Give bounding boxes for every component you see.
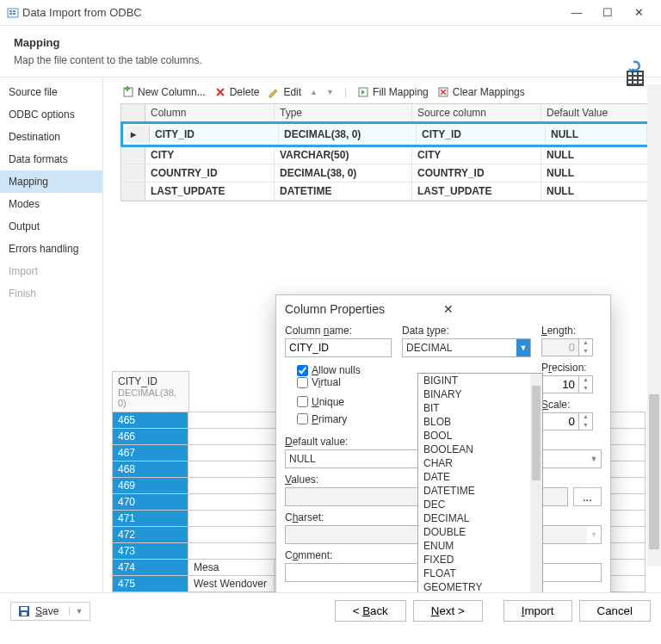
scale-input[interactable]: ▲▼ — [541, 412, 596, 430]
dropdown-item[interactable]: BLOB — [418, 415, 542, 429]
grid-row[interactable]: CITY VARCHAR(50) CITY NULL — [121, 146, 652, 164]
main-content: New Column... Delete Edit ▲ ▼ | Fill Map… — [103, 77, 661, 592]
column-name-input[interactable] — [285, 338, 392, 357]
length-label: Length: — [541, 325, 602, 337]
page-title: Mapping — [14, 36, 647, 49]
save-button[interactable]: Save▼ — [10, 602, 90, 621]
data-type-dropdown[interactable]: DECIMAL▼ — [402, 338, 531, 357]
mapping-grid[interactable]: Column Type Source column Default Value … — [120, 103, 652, 201]
delete-button[interactable]: Delete — [214, 86, 260, 98]
maximize-button[interactable]: ☐ — [592, 6, 623, 19]
dropdown-item[interactable]: BOOLEAN — [418, 443, 542, 456]
page-subtitle: Map the file content to the table column… — [14, 54, 647, 66]
dropdown-item[interactable]: ENUM — [418, 539, 542, 553]
virtual-checkbox[interactable]: Virtual — [297, 376, 341, 388]
window-title: Data Import from ODBC — [19, 6, 561, 19]
mapping-toolbar: New Column... Delete Edit ▲ ▼ | Fill Map… — [112, 84, 652, 103]
dropdown-item[interactable]: BOOL — [418, 429, 542, 443]
precision-label: Precision: — [541, 362, 602, 374]
new-column-button[interactable]: New Column... — [122, 86, 206, 98]
fill-mapping-button[interactable]: Fill Mapping — [357, 86, 429, 98]
window-titlebar: Data Import from ODBC — ☐ ✕ — [0, 0, 661, 26]
cancel-button[interactable]: Cancel — [579, 600, 652, 622]
values-more-button[interactable]: ... — [573, 487, 602, 506]
move-up-button[interactable]: ▲ — [310, 88, 318, 96]
grid-row[interactable]: COUNTRY_ID DECIMAL(38, 0) COUNTRY_ID NUL… — [121, 164, 652, 183]
precision-input[interactable]: ▲▼ — [541, 375, 596, 393]
clear-mappings-button[interactable]: Clear Mappings — [437, 86, 525, 98]
sidebar-item-errors-handling[interactable]: Errors handling — [0, 238, 102, 260]
sidebar-item-output[interactable]: Output — [0, 215, 102, 238]
dropdown-item[interactable]: GEOMETRY — [418, 580, 542, 592]
sidebar-item-import: Import — [0, 260, 102, 282]
edit-button[interactable]: Edit — [268, 86, 301, 98]
svg-rect-8 — [639, 72, 642, 75]
wizard-footer: Save▼ < Back Next > Import Cancel — [0, 592, 661, 629]
svg-rect-2 — [13, 10, 15, 12]
dropdown-item[interactable]: DECIMAL — [418, 511, 542, 525]
svg-rect-7 — [633, 72, 637, 75]
dropdown-item[interactable]: DOUBLE — [418, 525, 542, 539]
dropdown-item[interactable]: FLOAT — [418, 567, 542, 580]
column-name-label: Column name: — [285, 325, 392, 337]
sidebar-item-modes[interactable]: Modes — [0, 193, 102, 215]
sidebar-item-destination[interactable]: Destination — [0, 126, 102, 148]
step-sidebar: Source fileODBC optionsDestinationData f… — [0, 77, 103, 592]
back-button[interactable]: < Back — [335, 600, 406, 622]
page-header: Mapping Map the file content to the tabl… — [0, 26, 661, 73]
dropdown-item[interactable]: CHAR — [418, 456, 542, 470]
svg-rect-1 — [9, 10, 12, 12]
dialog-close-button[interactable]: ✕ — [443, 302, 602, 316]
grid-header: Column Type Source column Default Value — [121, 104, 652, 122]
import-button[interactable]: Import — [503, 600, 572, 622]
dropdown-scrollbar[interactable] — [530, 374, 542, 592]
unique-checkbox[interactable]: Unique — [297, 396, 381, 408]
primary-checkbox[interactable]: Primary — [297, 413, 381, 425]
sidebar-item-finish: Finish — [0, 282, 102, 305]
data-type-dropdown-list[interactable]: BIGINTBINARYBITBLOBBOOLBOOLEANCHARDATEDA… — [417, 373, 543, 592]
dropdown-item[interactable]: DATETIME — [418, 484, 542, 498]
dropdown-item[interactable]: BINARY — [418, 387, 542, 401]
allow-nulls-checkbox[interactable]: Allow nulls — [297, 364, 381, 376]
preview-header[interactable]: CITY_ID DECIMAL(38, 0) — [112, 371, 189, 412]
dropdown-item[interactable]: FIXED — [418, 553, 542, 567]
app-icon — [7, 7, 19, 19]
svg-rect-17 — [125, 88, 130, 90]
sidebar-item-mapping[interactable]: Mapping — [0, 170, 102, 193]
grid-row[interactable]: LAST_UPDATE DATETIME LAST_UPDATE NULL — [121, 183, 652, 201]
dropdown-item[interactable]: DEC — [418, 498, 542, 511]
data-type-label: Data type: — [402, 325, 531, 337]
sidebar-item-data-formats[interactable]: Data formats — [0, 148, 102, 170]
dropdown-item[interactable]: BIT — [418, 401, 542, 415]
svg-rect-26 — [22, 612, 27, 616]
dropdown-item[interactable]: DATE — [418, 470, 542, 484]
close-button[interactable]: ✕ — [623, 6, 654, 19]
minimize-button[interactable]: — — [561, 6, 592, 19]
svg-rect-3 — [9, 13, 12, 15]
sidebar-item-source-file[interactable]: Source file — [0, 81, 102, 103]
dropdown-item[interactable]: BIGINT — [418, 374, 542, 387]
column-properties-dialog: Column Properties ✕ Column name: Allow n… — [275, 294, 611, 592]
svg-rect-4 — [13, 13, 15, 15]
sidebar-item-odbc-options[interactable]: ODBC options — [0, 103, 102, 126]
svg-rect-25 — [21, 607, 28, 610]
grid-row[interactable]: ▸ CITY_ID DECIMAL(38, 0) CITY_ID NULL — [121, 122, 652, 146]
length-input[interactable]: ▲▼ — [541, 338, 596, 356]
move-down-button[interactable]: ▼ — [326, 88, 334, 96]
dialog-title: Column Properties — [285, 302, 443, 316]
scale-label: Scale: — [541, 399, 602, 411]
next-button[interactable]: Next > — [413, 600, 483, 622]
main-scrollbar[interactable] — [647, 84, 661, 567]
